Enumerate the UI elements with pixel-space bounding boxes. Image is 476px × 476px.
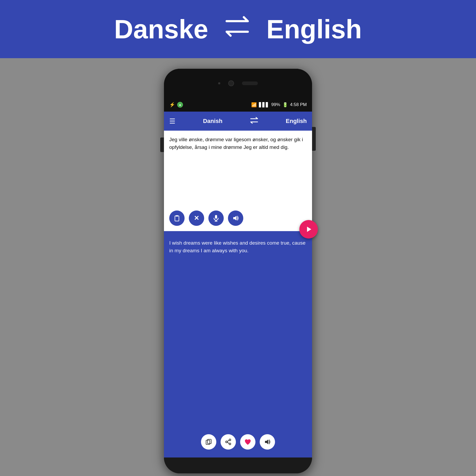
svg-point-11 <box>226 441 227 443</box>
svg-point-10 <box>229 439 231 441</box>
svg-marker-6 <box>233 216 236 221</box>
svg-line-14 <box>227 440 229 441</box>
output-text: I wish dreams were like wishes and desir… <box>169 239 307 434</box>
phone-speaker <box>218 82 220 84</box>
speaker-output-button[interactable] <box>260 434 275 450</box>
input-text[interactable]: Jeg ville ønske, drømme var ligesom ønsk… <box>169 136 307 208</box>
status-right-info: 📶 ▋▋▋ 99% 🔋 4:58 PM <box>251 102 307 108</box>
svg-point-12 <box>229 443 231 445</box>
hamburger-menu-icon[interactable]: ☰ <box>169 117 175 125</box>
banner-target-lang[interactable]: English <box>266 14 362 44</box>
svg-rect-2 <box>176 215 178 216</box>
phone-device: ⚡ ● 📶 ▋▋▋ 99% 🔋 4:58 PM ☰ Danish English <box>164 69 312 473</box>
app-source-lang[interactable]: Danish <box>203 118 222 125</box>
output-buttons <box>169 434 307 452</box>
phone-top <box>164 69 312 98</box>
app-bar: ☰ Danish English <box>164 112 312 131</box>
svg-marker-7 <box>307 227 311 232</box>
main-area: ⚡ ● 📶 ▋▋▋ 99% 🔋 4:58 PM ☰ Danish English <box>0 58 476 476</box>
svg-rect-1 <box>175 216 179 221</box>
banner-swap-icon[interactable] <box>224 15 250 44</box>
input-buttons: ✕ <box>169 210 307 226</box>
status-left-icons: ⚡ ● <box>169 102 183 108</box>
banner-source-lang[interactable]: Danske <box>114 14 208 44</box>
speaker-input-button[interactable] <box>228 210 243 226</box>
top-banner: Danske English <box>0 0 476 58</box>
svg-line-13 <box>227 442 229 443</box>
copy-input-button[interactable] <box>169 210 185 226</box>
wifi-icon: 📶 <box>251 102 257 108</box>
time-display: 4:58 PM <box>290 102 307 107</box>
translate-button[interactable] <box>299 220 318 239</box>
share-output-button[interactable] <box>221 434 236 450</box>
phone-side-button-left <box>160 138 164 152</box>
favorite-output-button[interactable] <box>240 434 255 450</box>
app-target-lang[interactable]: English <box>286 118 307 125</box>
microphone-button[interactable] <box>208 210 224 226</box>
phone-camera <box>228 80 234 86</box>
phone-microphone <box>242 81 258 85</box>
clear-input-button[interactable]: ✕ <box>189 210 204 226</box>
input-area: Jeg ville ønske, drømme var ligesom ønsk… <box>164 131 312 231</box>
notification-icon: ● <box>177 102 183 108</box>
phone-side-button-right <box>312 127 316 151</box>
usb-icon: ⚡ <box>169 102 175 108</box>
copy-output-button[interactable] <box>201 434 216 450</box>
svg-marker-15 <box>265 440 268 444</box>
app-swap-icon[interactable] <box>250 117 258 125</box>
battery-icon: 🔋 <box>282 102 288 108</box>
svg-rect-3 <box>215 215 217 219</box>
signal-icon: ▋▋▋ <box>259 102 269 108</box>
battery-percent: 99% <box>271 102 280 107</box>
output-area: I wish dreams were like wishes and desir… <box>164 231 312 457</box>
status-bar: ⚡ ● 📶 ▋▋▋ 99% 🔋 4:58 PM <box>164 98 312 112</box>
phone-bottom <box>164 457 312 473</box>
